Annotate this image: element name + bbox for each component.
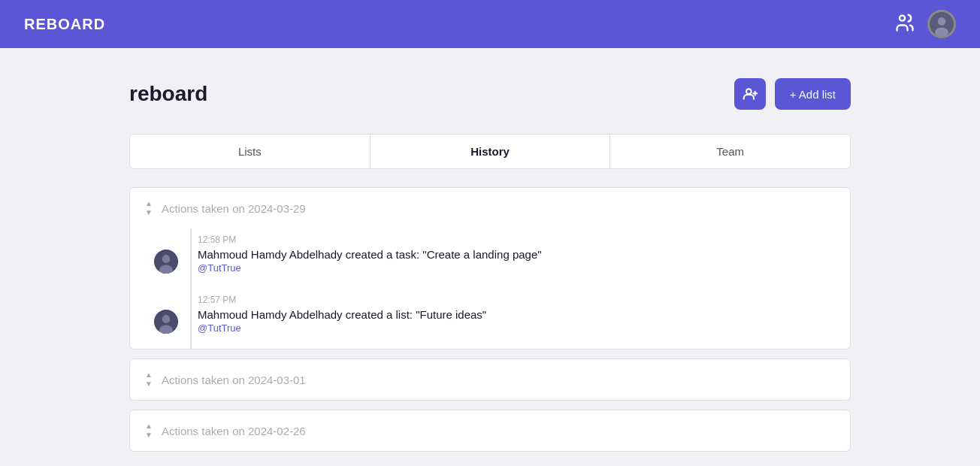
timeline-action-2: Mahmoud Hamdy Abdelhady created a list: …	[198, 308, 835, 321]
svg-point-9	[159, 265, 173, 274]
history-container: ▲ ▼ Actions taken on 2024-03-29 12:58 PM	[129, 187, 851, 452]
timeline-action-1: Mahmoud Hamdy Abdelhady created a task: …	[198, 248, 835, 261]
history-section-2024-02-26: ▲ ▼ Actions taken on 2024-02-26	[129, 410, 851, 452]
add-member-button[interactable]	[734, 78, 766, 110]
history-date-header-3[interactable]: ▲ ▼ Actions taken on 2024-02-26	[130, 410, 850, 451]
page-title: reboard	[129, 82, 207, 106]
sort-icon-3: ▲ ▼	[145, 422, 153, 439]
svg-point-12	[159, 325, 173, 334]
timeline-avatar-2	[153, 308, 180, 335]
svg-point-8	[162, 255, 171, 263]
user-avatar[interactable]	[927, 10, 956, 38]
history-date-header-2[interactable]: ▲ ▼ Actions taken on 2024-03-01	[130, 359, 850, 400]
page-title-row: reboard + Add list	[129, 78, 851, 110]
date-label-3: Actions taken on 2024-02-26	[162, 425, 306, 437]
page-actions: + Add list	[734, 78, 851, 110]
date-label-2: Actions taken on 2024-03-01	[162, 374, 306, 386]
timeline-wrapper: 12:58 PM Mahmoud Hamdy Abdelhady created…	[130, 228, 850, 349]
tab-lists[interactable]: Lists	[130, 135, 370, 168]
timeline-time-1: 12:58 PM	[198, 235, 835, 245]
main-content: reboard + Add list Lists History Team ▲	[114, 48, 866, 466]
svg-point-2	[938, 17, 946, 26]
history-date-header-1[interactable]: ▲ ▼ Actions taken on 2024-03-29	[130, 188, 850, 228]
history-section-2024-03-29: ▲ ▼ Actions taken on 2024-03-29 12:58 PM	[129, 187, 851, 350]
history-section-2024-03-01: ▲ ▼ Actions taken on 2024-03-01	[129, 359, 851, 401]
timeline-avatar-1	[153, 248, 180, 275]
sort-icon-1: ▲ ▼	[145, 200, 153, 216]
svg-point-4	[746, 89, 752, 94]
sort-icon-2: ▲ ▼	[145, 371, 153, 388]
svg-point-0	[900, 16, 905, 21]
app-header: REBOARD	[0, 0, 980, 48]
timeline-user-1: @TutTrue	[198, 262, 835, 274]
timeline-time-2: 12:57 PM	[198, 295, 835, 305]
timeline-item-2: 12:57 PM Mahmoud Hamdy Abdelhady created…	[145, 295, 835, 334]
tab-team[interactable]: Team	[610, 135, 850, 168]
tab-history[interactable]: History	[370, 135, 611, 168]
timeline-user-2: @TutTrue	[198, 322, 835, 334]
timeline-item-1: 12:58 PM Mahmoud Hamdy Abdelhady created…	[145, 235, 835, 274]
tabs-bar: Lists History Team	[129, 134, 851, 169]
header-actions	[894, 10, 956, 38]
app-logo: REBOARD	[24, 16, 105, 33]
add-list-button[interactable]: + Add list	[775, 78, 851, 110]
svg-point-11	[162, 315, 171, 323]
date-label-1: Actions taken on 2024-03-29	[162, 202, 306, 215]
team-icon[interactable]	[894, 12, 915, 36]
